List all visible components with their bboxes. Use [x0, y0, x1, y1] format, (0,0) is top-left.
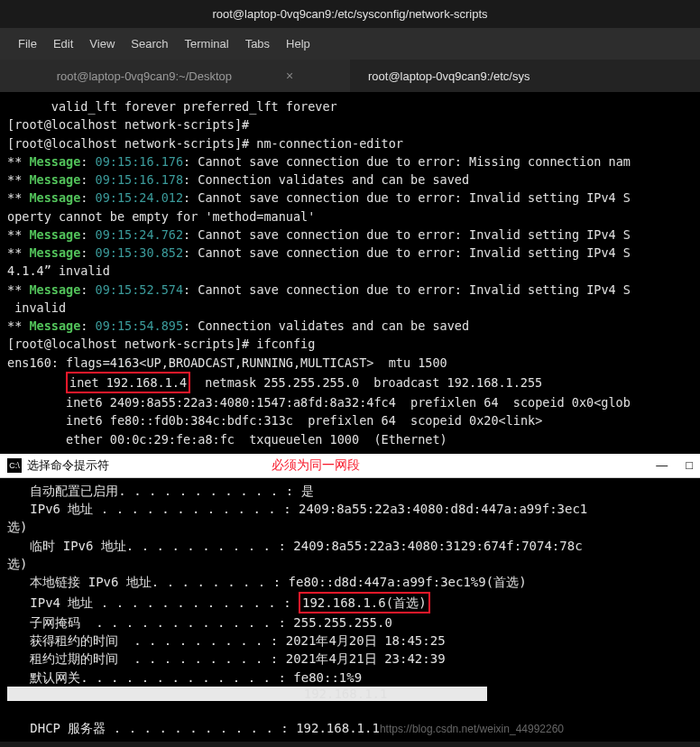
cmd-line: 192.168.1.1: [7, 687, 387, 701]
menu-terminal[interactable]: Terminal: [185, 37, 229, 51]
term-line: valid_lft forever preferred_lft forever: [7, 99, 337, 114]
tab-label: root@laptop-0vq9can9:~/Desktop: [57, 69, 232, 83]
highlighted-ipv4: 192.168.1.6(首选): [299, 592, 430, 613]
term-prompt: [root@localhost network-scripts]#: [7, 337, 256, 351]
window-title-bar: root@laptop-0vq9can9:/etc/sysconfig/netw…: [0, 0, 700, 28]
cmd-line: DHCP 服务器 . . . . . . . . . . . : 192.168…: [7, 721, 380, 735]
cmd-window: C:\ 选择命令提示符 必须为同一网段 — □ 自动配置已启用. . . . .…: [0, 454, 700, 742]
timestamp: 09:15:24.762: [96, 227, 184, 242]
cmd-line: IPv6 地址 . . . . . . . . . . . . : 2409:8…: [7, 502, 587, 516]
cmd-icon: C:\: [7, 458, 22, 473]
message-label: Message: [29, 282, 80, 297]
cmd-titlebar: C:\ 选择命令提示符 必须为同一网段 — □: [0, 454, 700, 478]
menu-help[interactable]: Help: [286, 37, 310, 51]
maximize-button[interactable]: □: [686, 458, 693, 472]
message-label: Message: [29, 318, 80, 333]
terminal-output[interactable]: valid_lft forever preferred_lft forever …: [0, 92, 700, 454]
cmd-line: 自动配置已启用. . . . . . . . . . . : 是: [7, 484, 314, 498]
menu-file[interactable]: File: [18, 37, 37, 51]
message-label: Message: [29, 227, 80, 242]
cmd-line: 本地链接 IPv6 地址. . . . . . . . : fe80::d8d:…: [7, 575, 527, 589]
term-line: inet6 2409:8a55:22a3:4080:1547:a8fd:8a32…: [7, 395, 631, 410]
window-title: root@laptop-0vq9can9:/etc/sysconfig/netw…: [212, 7, 487, 21]
term-command: nm-connection-editor: [256, 136, 403, 151]
close-icon[interactable]: ×: [286, 69, 293, 83]
timestamp: 09:15:16.178: [96, 172, 184, 187]
tab-desktop[interactable]: root@laptop-0vq9can9:~/Desktop ×: [0, 60, 350, 92]
menu-view[interactable]: View: [89, 37, 115, 51]
term-line: invalid: [7, 300, 66, 315]
tabs-bar: root@laptop-0vq9can9:~/Desktop × root@la…: [0, 60, 700, 92]
term-line: operty cannot be empty for 'method=manua…: [7, 209, 315, 224]
timestamp: 09:15:52.574: [96, 282, 184, 297]
term-line: [root@localhost network-scripts]#: [7, 117, 249, 132]
highlighted-inet: inet 192.168.1.4: [66, 372, 190, 393]
cmd-line: 选): [7, 520, 27, 534]
term-prompt: [root@localhost network-scripts]#: [7, 136, 256, 151]
cmd-line: 选): [7, 557, 27, 571]
menu-tabs[interactable]: Tabs: [245, 37, 270, 51]
term-line: 4.1.4” invalid: [7, 263, 110, 278]
term-line: ether 00:0c:29:fe:a8:fc txqueuelen 1000 …: [7, 432, 447, 447]
cmd-line: 默认网关. . . . . . . . . . . . . : fe80::1%…: [7, 670, 362, 685]
timestamp: 09:15:24.012: [96, 190, 184, 205]
cmd-title: 选择命令提示符: [27, 457, 109, 474]
cmd-line: 获得租约的时间 . . . . . . . . . : 2021年4月20日 1…: [7, 633, 446, 648]
watermark: https://blog.csdn.net/weixin_44992260: [380, 723, 564, 735]
timestamp: 09:15:54.895: [96, 318, 184, 333]
menu-edit[interactable]: Edit: [53, 37, 73, 51]
term-command: ifconfig: [256, 337, 315, 351]
cmd-output[interactable]: 自动配置已启用. . . . . . . . . . . : 是 IPv6 地址…: [0, 478, 700, 742]
tab-sysconfig[interactable]: root@laptop-0vq9can9:/etc/sys: [350, 60, 700, 92]
term-line: inet6 fe80::fd0b:384c:bdfc:313c prefixle…: [7, 413, 542, 428]
message-label: Message: [29, 172, 80, 187]
menu-search[interactable]: Search: [131, 37, 168, 51]
timestamp: 09:15:30.852: [96, 245, 184, 260]
cmd-line: 临时 IPv6 地址. . . . . . . . . . : 2409:8a5…: [7, 539, 583, 553]
cmd-line: 租约过期的时间 . . . . . . . . . : 2021年4月21日 2…: [7, 651, 446, 666]
timestamp: 09:15:16.176: [96, 154, 184, 169]
menu-bar: File Edit View Search Terminal Tabs Help: [0, 28, 700, 60]
message-label: Message: [29, 154, 80, 169]
message-label: Message: [29, 190, 80, 205]
minimize-button[interactable]: —: [656, 458, 668, 472]
annotation-text: 必须为同一网段: [272, 457, 360, 474]
message-label: Message: [29, 245, 80, 260]
tab-label: root@laptop-0vq9can9:/etc/sys: [368, 69, 530, 83]
term-line: ens160: flags=4163<UP,BROADCAST,RUNNING,…: [7, 355, 447, 370]
window-controls: — □: [656, 458, 693, 472]
cmd-line: 子网掩码 . . . . . . . . . . . . : 255.255.2…: [7, 615, 392, 630]
